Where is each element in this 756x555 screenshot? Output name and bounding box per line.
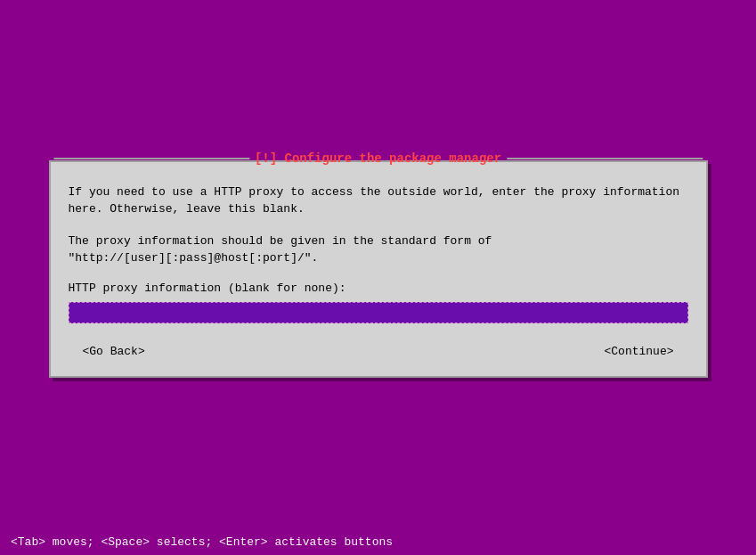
- body-text-2: The proxy information should be given in…: [69, 233, 688, 267]
- dialog-buttons: <Go Back> <Continue>: [69, 341, 688, 362]
- dialog-title: [!] Configure the package manager: [255, 151, 501, 166]
- title-line-right: [507, 158, 703, 159]
- configure-package-manager-dialog: [!] Configure the package manager If you…: [49, 160, 708, 378]
- continue-button[interactable]: <Continue>: [593, 341, 684, 362]
- dialog-content: If you need to use a HTTP proxy to acces…: [51, 162, 706, 376]
- body-text-1: If you need to use a HTTP proxy to acces…: [69, 184, 688, 218]
- status-bar-text: <Tab> moves; <Space> selects; <Enter> ac…: [11, 535, 393, 549]
- proxy-input[interactable]: [69, 302, 688, 323]
- go-back-button[interactable]: <Go Back>: [72, 341, 156, 362]
- proxy-label: HTTP proxy information (blank for none):: [69, 282, 688, 295]
- status-bar: <Tab> moves; <Space> selects; <Enter> ac…: [0, 528, 756, 555]
- dialog-title-bar: [!] Configure the package manager: [53, 151, 703, 166]
- title-line-left: [53, 158, 249, 159]
